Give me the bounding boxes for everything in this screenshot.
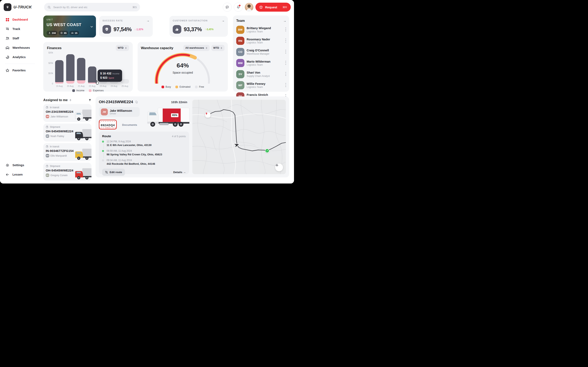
member-role: Logistics Team (247, 86, 265, 89)
sidebar-item-label: Staff (12, 37, 19, 40)
sidebar-item-favorites[interactable]: Favorites (5, 66, 40, 75)
warehouse-filter-select[interactable]: All warehouses (183, 45, 210, 51)
driver-name: Gregory Corwin (51, 174, 68, 177)
sidebar-item-dashboard[interactable]: Dashboard (5, 16, 40, 24)
chat-button[interactable] (223, 3, 232, 12)
arrow-right-icon[interactable]: → (146, 19, 149, 22)
stop-time: 12:34 PM, 9 Aug 2024 (107, 140, 186, 143)
avatar: MW (236, 59, 244, 67)
assigned-shipment-card[interactable]: In transit IN-9034677ZFG154 EMEllis Marq… (43, 143, 91, 161)
member-name: Rosemary Nader (247, 38, 270, 41)
search-bar[interactable]: ⌘S (44, 3, 140, 11)
kebab-menu-icon[interactable]: ••• (285, 50, 286, 54)
gauge-value: 64% (141, 62, 225, 69)
sidebar-item-warehouses[interactable]: Warehouses (5, 44, 40, 52)
team-member-row[interactable]: CO Craig O'Connell Warehouse Manager ••• (236, 48, 286, 56)
kebab-menu-icon[interactable]: ••• (285, 72, 286, 76)
analytics-icon (5, 55, 9, 59)
kpi-delta: ↓ 1,32% (135, 28, 143, 31)
finances-period-select[interactable]: WTD (116, 45, 129, 51)
driver-name: Jake Williamson (110, 109, 132, 113)
chart-tooltip: $ 16 432Income $ 923Spent (98, 69, 122, 82)
search-input[interactable] (53, 6, 130, 9)
plate-number: 892ADQ4 (101, 124, 115, 127)
app-window: U-TRUCK ⌘S Request ⌘R Da (0, 0, 294, 184)
unit-stat: 15 (69, 31, 79, 35)
details-link[interactable]: Details → (173, 171, 186, 174)
driver-chip[interactable]: JW Jake Williamson Driver (99, 107, 140, 117)
warehouse-filter-value: All warehouses (185, 47, 204, 49)
x-axis-label: 22 Aug (88, 85, 96, 87)
bar-21-aug[interactable] (77, 53, 85, 83)
request-button[interactable]: Request ⌘R (255, 3, 291, 12)
sidebar-item-settings[interactable]: Settings (5, 161, 40, 169)
warehouse-title: Warehouse capacity (141, 46, 173, 50)
shipment-status: In transit (50, 145, 59, 148)
member-name: Mario Wilderman (247, 60, 270, 63)
documents-link[interactable]: Documents (122, 123, 137, 126)
unit-label: UNIT (47, 18, 96, 21)
y-axis-tick: $10k (48, 72, 53, 75)
sidebar-item-analytics[interactable]: Analytics (5, 53, 40, 61)
assigned-shipment-card[interactable]: In transit OH-23415WWE224 JWJake William… (43, 104, 91, 122)
team-member-row[interactable]: BW Brittany Wiegand Logistics Team ••• (236, 26, 286, 34)
x-axis-label: 25 Aug (121, 85, 129, 87)
chevron-down-icon[interactable] (90, 25, 94, 29)
map[interactable]: ✓ (192, 100, 286, 174)
kebab-menu-icon[interactable]: ••• (285, 38, 286, 43)
warehouse-icon (5, 46, 9, 50)
customer-satisfaction-card: CUSTOMER SATISFACTION→ 93,37% ↑ 0,45% (169, 16, 228, 37)
user-avatar[interactable] (245, 3, 253, 11)
expenses-bar (55, 82, 63, 83)
kebab-menu-icon[interactable]: ••• (285, 27, 286, 32)
license-plate[interactable]: ★ ★ ★ ★ ★ ★ ★ ★ ★ ★ 892ADQ4 ★ ★ ★ ·KANSA… (99, 120, 117, 129)
x-axis-label: 23 Aug (99, 85, 107, 87)
sidebar-item-staff[interactable]: Staff (5, 34, 40, 42)
edit-route-button[interactable]: Edit route (102, 169, 125, 176)
chat-icon (225, 5, 229, 9)
search-shortcut: ⌘S (132, 6, 137, 9)
notifications-button[interactable] (234, 3, 243, 12)
locate-button[interactable] (275, 164, 283, 171)
map-origin-pin[interactable] (205, 112, 210, 118)
copy-icon[interactable] (135, 100, 138, 104)
sidebar-item-track[interactable]: Track (5, 25, 40, 33)
plate-state: ★ ★ ★ ·KANSAS· ★ ★ ★ (99, 127, 116, 128)
brand-name: U-TRUCK (13, 5, 32, 9)
team-member-row[interactable]: RN Rosemary Nader Logistics Team ••• (236, 37, 286, 45)
driver-name: Ellis Marquardt (51, 154, 67, 157)
expenses-bar (77, 80, 85, 83)
unit-card[interactable]: UNIT US WEST COAST 2446515 (43, 16, 96, 38)
unit-name: US WEST COAST (47, 22, 96, 27)
team-member-row[interactable]: SV Shari Von Supply Chain Analyst ••• (236, 70, 286, 78)
assigned-shipment-card[interactable]: Shipment OH-54545WWE224 GCGregory Corwin (43, 163, 91, 181)
assigned-title: Assigned to me (43, 98, 68, 102)
bar-19-aug[interactable] (55, 53, 63, 83)
team-member-row[interactable]: MW Mario Wilderman Logistics Team ••• (236, 59, 286, 67)
route-icon (105, 171, 108, 174)
arrow-right-icon[interactable]: → (222, 19, 225, 22)
member-role: Logistics Team (247, 41, 270, 44)
y-axis-tick: 0 (52, 82, 53, 85)
assigned-shipment-card[interactable]: Shipment OH-54545WWE224 NFNoah Flatley (43, 124, 91, 142)
expenses-bar (66, 81, 75, 83)
team-member-row[interactable]: WF Willie Feeney Logistics Team ••• (236, 81, 286, 89)
kebab-menu-icon[interactable]: ••• (285, 83, 286, 87)
stop-address: 98 Spring Valley Rd Crown City, Ohio, 45… (107, 153, 186, 156)
filter-icon[interactable] (88, 99, 91, 102)
bar-20-aug[interactable] (66, 53, 75, 83)
status-icon (46, 145, 48, 148)
sidebar-item-lessen[interactable]: Lessen (5, 170, 40, 179)
kebab-menu-icon[interactable]: ••• (285, 60, 286, 65)
sort-icon[interactable] (69, 99, 72, 101)
box-icon (259, 5, 263, 9)
status-icon (46, 165, 48, 167)
truck-image (73, 128, 91, 142)
warehouse-period-select[interactable]: WTD (211, 45, 225, 51)
member-name: Shari Von (247, 71, 270, 75)
truck-image (73, 167, 91, 181)
warehouse-period-value: WTD (213, 47, 219, 49)
logo[interactable]: U-TRUCK (4, 3, 32, 11)
arrow-right-icon[interactable]: → (283, 19, 286, 22)
hand-cursor-icon (95, 79, 100, 85)
